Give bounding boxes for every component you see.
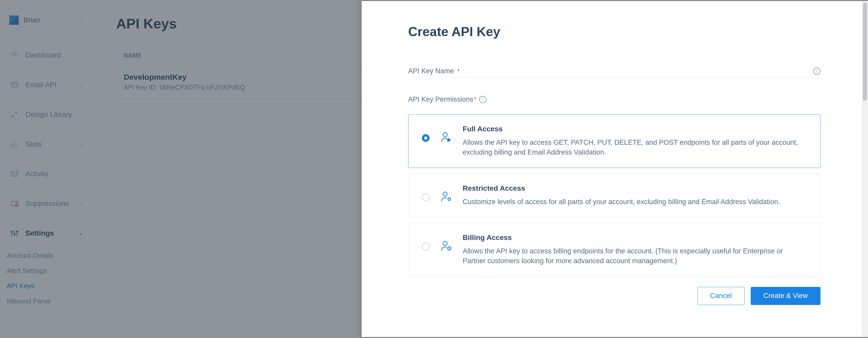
drawer-footer-buttons: Cancel Create & View bbox=[408, 287, 820, 305]
cancel-button[interactable]: Cancel bbox=[698, 287, 745, 305]
option-desc: Customize levels of access for all parts… bbox=[463, 197, 807, 207]
permissions-label-row: API Key Permissions • i bbox=[408, 96, 820, 103]
required-indicator: • bbox=[458, 67, 459, 73]
svg-point-8 bbox=[443, 192, 447, 196]
option-full-access[interactable]: Full Access Allows the API key to access… bbox=[408, 114, 820, 168]
user-gear-icon bbox=[440, 191, 452, 203]
user-dollar-icon: $ bbox=[440, 240, 452, 252]
create-api-key-drawer: Create API Key API Key Name • i API Key … bbox=[362, 1, 867, 337]
user-star-icon bbox=[440, 131, 452, 143]
api-key-name-label: API Key Name bbox=[408, 67, 454, 75]
permissions-label: API Key Permissions bbox=[408, 96, 473, 103]
option-title: Restricted Access bbox=[463, 184, 807, 193]
option-title: Full Access bbox=[463, 125, 807, 133]
option-desc: Allows the API key to access billing end… bbox=[463, 246, 807, 266]
app-root: Brian ⌄ Dashboard Email API ⌄ bbox=[0, 0, 868, 338]
option-restricted-access[interactable]: Restricted Access Customize levels of ac… bbox=[408, 174, 820, 217]
option-desc: Allows the API key to access GET, PATCH,… bbox=[463, 138, 807, 158]
info-icon[interactable]: i bbox=[813, 68, 820, 75]
option-title: Billing Access bbox=[463, 234, 807, 242]
create-view-button[interactable]: Create & View bbox=[751, 287, 820, 305]
radio-selected[interactable] bbox=[422, 134, 430, 142]
svg-point-7 bbox=[443, 133, 447, 137]
info-icon[interactable]: i bbox=[479, 96, 487, 103]
svg-text:$: $ bbox=[448, 247, 450, 250]
drawer-scrollbar[interactable] bbox=[862, 1, 868, 337]
radio-unselected[interactable] bbox=[422, 194, 430, 201]
radio-unselected[interactable] bbox=[422, 243, 430, 250]
drawer-title: Create API Key bbox=[408, 24, 820, 39]
field-api-key-name: API Key Name • i bbox=[408, 65, 820, 77]
option-billing-access[interactable]: $ Billing Access Allows the API key to a… bbox=[408, 223, 820, 277]
api-key-name-input[interactable]: API Key Name • i bbox=[408, 65, 820, 77]
required-indicator: • bbox=[474, 96, 476, 101]
svg-point-10 bbox=[443, 241, 447, 245]
